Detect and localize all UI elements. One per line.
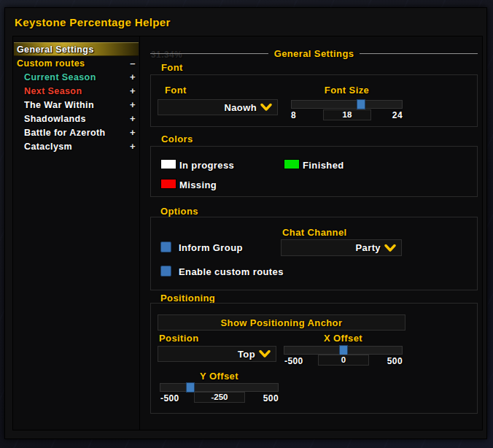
page-title: General Settings <box>274 48 354 59</box>
colors-section-label: Colors <box>161 134 193 144</box>
font-section-label: Font <box>161 62 183 73</box>
main-content: 31.34% General Settings Font Font Naowh … <box>141 36 484 430</box>
y-offset-slider-thumb[interactable] <box>186 382 195 393</box>
header-divider-right <box>360 53 478 54</box>
y-offset-slider[interactable] <box>160 383 279 392</box>
window-title: Keystone Percentage Helper <box>15 16 171 28</box>
expand-plus-icon[interactable]: + <box>127 113 139 124</box>
sidebar-item-label: Cataclysm <box>24 142 127 152</box>
sidebar-item-label: Current Season <box>24 72 127 82</box>
positioning-section-label: Positioning <box>160 293 215 304</box>
font-dropdown-value: Naowh <box>224 102 257 113</box>
collapse-minus-icon[interactable]: – <box>127 58 139 69</box>
chevron-down-icon <box>384 244 396 252</box>
sidebar-item-label: Shadowlands <box>24 114 127 124</box>
font-dropdown[interactable]: Naowh <box>158 99 278 115</box>
expand-plus-icon[interactable]: + <box>127 141 139 152</box>
font-size-slider-thumb[interactable] <box>357 99 365 109</box>
y-offset-input[interactable]: -250 <box>194 392 245 403</box>
enable-custom-routes-checkbox[interactable] <box>160 266 171 277</box>
sidebar: General Settings Custom routes – Current… <box>13 36 140 430</box>
sidebar-item-shadowlands[interactable]: Shadowlands + <box>14 112 139 125</box>
y-offset-label: Y Offset <box>160 371 279 382</box>
font-size-max: 24 <box>388 110 403 120</box>
chat-channel-label: Chat Channel <box>282 227 347 238</box>
sidebar-item-the-war-within[interactable]: The War Within + <box>14 98 139 112</box>
position-dropdown[interactable]: Top <box>158 346 276 362</box>
font-section-box: Font Naowh Font Size 8 18 24 <box>150 74 478 127</box>
sidebar-item-cataclysm[interactable]: Cataclysm + <box>14 139 139 153</box>
font-size-slider[interactable] <box>291 100 403 109</box>
positioning-section-box: Show Positioning Anchor Position Top X O… <box>150 303 478 414</box>
expand-plus-icon[interactable]: + <box>127 99 139 110</box>
addon-settings-window: Keystone Percentage Helper General Setti… <box>4 7 487 439</box>
expand-plus-icon[interactable]: + <box>127 85 139 96</box>
header-divider-left <box>150 53 268 54</box>
x-offset-label: X Offset <box>284 333 403 344</box>
x-offset-slider-thumb[interactable] <box>339 345 348 355</box>
x-offset-slider[interactable] <box>284 346 403 355</box>
inform-group-checkbox[interactable] <box>160 242 171 252</box>
chevron-down-icon <box>259 350 271 358</box>
enable-custom-routes-label[interactable]: Enable custom routes <box>179 266 284 277</box>
expand-plus-icon[interactable]: + <box>127 127 139 138</box>
colors-section-box: In progress Finished Missing <box>150 146 478 197</box>
sidebar-item-general-settings[interactable]: General Settings <box>14 42 139 56</box>
x-offset-min: -500 <box>284 356 303 366</box>
sidebar-item-label: The War Within <box>24 100 127 110</box>
show-positioning-anchor-button[interactable]: Show Positioning Anchor <box>158 314 405 331</box>
missing-label: Missing <box>179 179 217 190</box>
finished-label: Finished <box>303 160 344 171</box>
sidebar-item-battle-for-azeroth[interactable]: Battle for Azeroth + <box>14 125 139 139</box>
position-value: Top <box>238 349 255 360</box>
font-dropdown-label: Font <box>165 85 187 96</box>
settings-panel: General Settings Custom routes – Current… <box>12 36 483 430</box>
expand-plus-icon[interactable]: + <box>127 72 139 82</box>
y-offset-max: 500 <box>259 393 279 403</box>
font-size-min: 8 <box>291 110 296 120</box>
options-section-label: Options <box>160 206 198 217</box>
font-size-input[interactable]: 18 <box>323 109 371 120</box>
sidebar-item-label: Custom routes <box>17 58 127 69</box>
content-header: General Settings <box>150 48 478 59</box>
in-progress-color-swatch[interactable] <box>160 159 176 169</box>
x-offset-input[interactable]: 0 <box>318 355 369 366</box>
sidebar-item-next-season[interactable]: Next Season + <box>14 84 139 98</box>
font-size-label: Font Size <box>291 85 403 96</box>
finished-color-swatch[interactable] <box>284 159 300 169</box>
options-section-box: Inform Group Chat Channel Party Enable c… <box>150 217 478 290</box>
chevron-down-icon <box>260 104 272 112</box>
sidebar-item-label: Next Season <box>24 86 127 96</box>
sidebar-item-label: General Settings <box>17 45 127 55</box>
sidebar-item-label: Battle for Azeroth <box>24 128 127 138</box>
position-dropdown-label: Position <box>159 333 198 344</box>
in-progress-label: In progress <box>179 160 234 171</box>
sidebar-item-current-season[interactable]: Current Season + <box>14 70 139 84</box>
chat-channel-value: Party <box>355 242 381 253</box>
x-offset-max: 500 <box>383 356 403 366</box>
chat-channel-dropdown[interactable]: Party <box>281 239 402 256</box>
y-offset-min: -500 <box>160 393 179 403</box>
sidebar-item-custom-routes[interactable]: Custom routes – <box>14 56 139 70</box>
missing-color-swatch[interactable] <box>160 179 176 189</box>
inform-group-label[interactable]: Inform Group <box>179 242 243 253</box>
